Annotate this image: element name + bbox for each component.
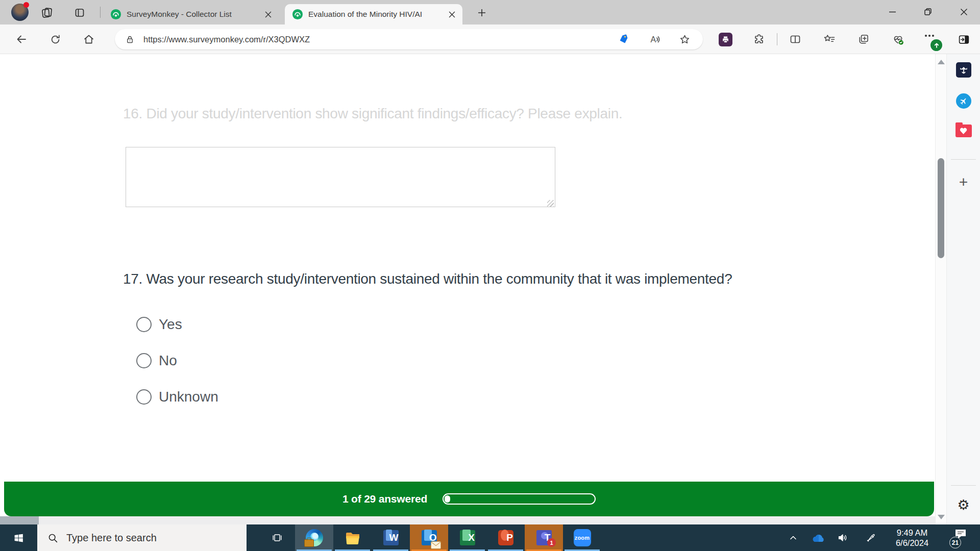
tabbar-divider [100,7,101,18]
radio-no[interactable] [136,353,152,368]
tab-actions-menu-icon[interactable] [72,5,87,20]
clock-date: 6/6/2024 [896,538,928,548]
lock-icon[interactable] [121,29,138,49]
toolbar-divider [777,33,777,45]
sidebar-settings-gear-icon[interactable]: ⚙ [957,498,969,512]
browser-essentials-icon[interactable] [888,30,908,49]
tab-close-icon[interactable] [445,8,458,21]
address-bar[interactable]: https://www.surveymonkey.com/r/X3QDWXZ A [115,29,703,49]
new-tab-icon[interactable] [475,6,489,20]
vertical-scrollbar-thumb[interactable] [938,158,944,258]
extensions-puzzle-icon[interactable] [749,30,769,49]
taskbar-zoom-icon[interactable]: zoom [563,524,601,551]
tab-close-icon[interactable] [261,8,275,21]
settings-more-icon[interactable] [921,30,940,49]
scroll-down-icon[interactable] [936,510,947,523]
read-aloud-icon[interactable]: A [646,29,664,49]
taskbar-teams-icon[interactable]: T 1 [525,524,563,551]
textarea-resize-grip-icon[interactable] [547,200,554,207]
surveymonkey-favicon [110,9,121,20]
action-center-button[interactable]: 21 [945,524,974,551]
question-17-title: 17. Was your research study/intervention… [123,271,732,287]
close-window-button[interactable] [952,0,975,23]
taskbar-search[interactable] [37,524,247,551]
favorite-star-icon[interactable] [676,29,693,49]
home-icon[interactable] [79,30,99,49]
volume-icon[interactable] [832,524,853,551]
option-row-no: No [136,353,177,369]
taskbar-outlook-icon[interactable]: O [410,524,448,551]
horizontal-scrollbar-track[interactable] [0,516,935,524]
search-input[interactable] [65,532,236,544]
option-label[interactable]: Unknown [159,389,218,405]
tab-title: Evaluation of the Minority HIV/AI [308,10,445,19]
url-text[interactable]: https://www.surveymonkey.com/r/X3QDWXZ [143,29,310,49]
progress-label: 1 of 29 answered [342,493,427,505]
option-label[interactable]: No [159,353,177,369]
tab-surveymonkey-collector-list[interactable]: SurveyMonkey - Collector List [103,4,279,24]
taskbar-excel-icon[interactable]: X [448,524,486,551]
workspaces-icon[interactable] [39,5,55,20]
envelope-icon [431,541,441,549]
progress-bar-fill [445,495,450,503]
tab-evaluation-survey[interactable]: Evaluation of the Minority HIV/AI [285,4,462,24]
hidden-icons-chevron[interactable] [783,524,803,551]
browser-tab-bar: SurveyMonkey - Collector List Evaluation… [0,0,980,24]
scroll-up-icon[interactable] [936,55,947,68]
taskbar-word-icon[interactable]: W [372,524,410,551]
tab-title: SurveyMonkey - Collector List [127,10,261,19]
sidebar-divider [951,159,976,160]
refresh-icon[interactable] [45,30,65,49]
minimize-button[interactable] [881,0,903,23]
taskbar-clock[interactable]: 9:49 AM 6/6/2024 [881,524,943,551]
restore-button[interactable] [917,0,939,23]
edge-update-badge-icon [930,39,942,51]
onedrive-icon[interactable] [808,524,828,551]
option-row-unknown: Unknown [136,389,218,405]
question-16-title: 16. Did your study/intervention show sig… [123,106,622,122]
task-view-icon[interactable] [265,524,289,551]
desktop-screen: SurveyMonkey - Collector List Evaluation… [0,0,980,551]
pen-icon[interactable] [861,524,881,551]
heart-folder-icon[interactable] [955,124,972,137]
clock-time: 9:49 AM [897,528,928,538]
sidebar-toggle-icon[interactable] [954,30,973,49]
question-16-answer-textarea[interactable] [126,147,555,207]
start-button[interactable] [6,524,31,551]
progress-footer: 1 of 29 answered [4,482,934,516]
surveymonkey-favicon [292,9,303,20]
browser-toolbar: https://www.surveymonkey.com/r/X3QDWXZ A [0,24,980,54]
sidebar-divider [951,485,976,486]
airplane-icon[interactable] [956,93,971,109]
progress-bar-track [443,493,596,505]
taskbar-file-explorer-icon[interactable] [333,524,372,551]
taskbar-powerpoint-icon[interactable]: P [486,524,525,551]
search-icon [47,533,58,543]
horizontal-scrollbar-thumb[interactable] [0,516,39,524]
edge-sidebar-rail: + ⚙ [946,54,980,524]
option-label[interactable]: Yes [159,316,182,333]
windows-taskbar: W O X P [0,524,980,551]
survey-page: 16. Did your study/intervention show sig… [0,54,935,524]
option-row-yes: Yes [136,316,182,333]
radio-unknown[interactable] [136,389,152,405]
split-screen-icon[interactable] [786,30,805,49]
work-profile-briefcase-icon [304,539,314,547]
teams-notification-badge: 1 [547,538,556,547]
add-to-sidebar-icon[interactable]: + [959,174,968,190]
taskbar-edge-icon[interactable] [295,524,333,551]
shopping-tag-icon[interactable] [615,29,632,49]
collections-icon[interactable] [854,30,873,49]
radio-yes[interactable] [136,317,152,332]
printer-extension-icon[interactable] [716,30,735,49]
profile-notification-dot [23,2,29,8]
read-aloud-letter: A [651,35,656,44]
crown-tile-icon[interactable] [956,62,971,78]
back-icon[interactable] [12,30,31,49]
favorites-list-icon[interactable] [820,30,839,49]
vertical-scrollbar[interactable] [935,54,946,524]
notification-count-badge: 21 [949,537,961,548]
